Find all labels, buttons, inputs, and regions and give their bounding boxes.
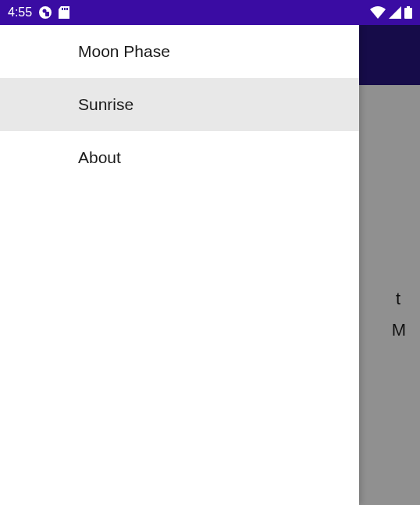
status-left: 4:55 [8, 5, 69, 20]
drawer-item-sunrise[interactable]: Sunrise [0, 78, 359, 131]
svg-rect-3 [62, 8, 63, 10]
status-time: 4:55 [8, 5, 32, 20]
sd-card-icon [59, 6, 69, 19]
navigation-drawer: Moon Phase Sunrise About [0, 25, 359, 505]
svg-rect-7 [404, 8, 412, 19]
status-bar: 4:55 [0, 0, 420, 25]
battery-icon [404, 6, 412, 19]
svg-rect-6 [407, 6, 410, 8]
wifi-icon [370, 6, 386, 19]
cellular-icon [389, 6, 401, 19]
drawer-item-about[interactable]: About [0, 131, 359, 184]
svg-rect-5 [66, 8, 68, 10]
drawer-item-label: Moon Phase [78, 42, 170, 61]
drawer-item-label: About [78, 148, 121, 167]
drawer-item-moon-phase[interactable]: Moon Phase [0, 25, 359, 78]
status-right [370, 6, 412, 19]
svg-rect-4 [64, 8, 66, 10]
drawer-item-label: Sunrise [78, 95, 133, 114]
profile-icon [38, 5, 52, 20]
svg-rect-2 [45, 12, 49, 16]
